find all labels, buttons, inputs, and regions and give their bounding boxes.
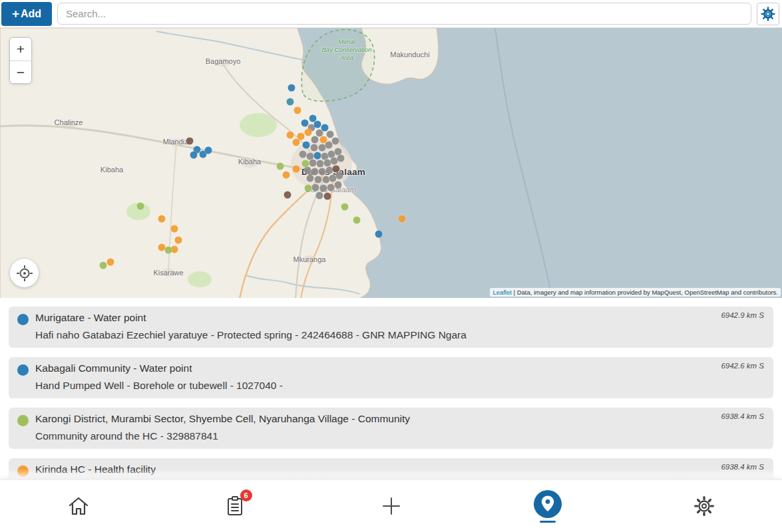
list-item-distance: 6938.4 km S — [721, 463, 764, 471]
map-marker[interactable] — [335, 182, 342, 189]
map-marker[interactable] — [293, 139, 300, 146]
map-marker[interactable] — [304, 167, 311, 174]
list-item-title: Kirinda HC - Health facility — [35, 461, 693, 478]
map-marker[interactable] — [311, 168, 319, 176]
map-marker[interactable] — [158, 215, 166, 223]
home-icon — [67, 495, 90, 517]
tasks-badge: 6 — [240, 489, 252, 501]
map-marker[interactable] — [137, 203, 144, 210]
map-marker[interactable] — [302, 160, 309, 168]
locate-button[interactable] — [10, 259, 39, 287]
map-marker[interactable] — [287, 132, 294, 139]
map-marker[interactable] — [294, 107, 301, 114]
map-marker[interactable] — [314, 121, 321, 128]
map-marker[interactable] — [321, 124, 329, 132]
map-marker[interactable] — [190, 152, 198, 159]
map-marker[interactable] — [171, 225, 178, 233]
map-marker[interactable] — [325, 142, 333, 149]
map-marker[interactable] — [107, 259, 114, 266]
map-marker[interactable] — [320, 185, 327, 192]
map-marker[interactable] — [332, 138, 339, 145]
map-marker[interactable] — [175, 237, 182, 244]
map-marker[interactable] — [375, 231, 383, 238]
marker-dot-icon — [17, 415, 29, 426]
map-marker[interactable] — [307, 175, 314, 182]
map-marker[interactable] — [283, 172, 290, 179]
map-marker[interactable] — [309, 115, 317, 122]
list-item-subtitle: Hafi naho Gatabazi Ezechiel yaratuye - P… — [35, 327, 693, 344]
list-item[interactable]: Kirinda HC - Health facility Community H… — [9, 458, 773, 479]
map-marker[interactable] — [336, 172, 343, 180]
map-marker[interactable] — [287, 98, 294, 106]
map[interactable]: BagamoyoMakunduchiMenai Bay Conservation… — [0, 28, 782, 298]
nav-tasks[interactable]: 6 — [156, 480, 313, 532]
map-marker[interactable] — [309, 160, 317, 167]
map-marker-layer — [0, 28, 782, 298]
map-marker[interactable] — [312, 184, 319, 192]
map-marker[interactable] — [100, 262, 107, 269]
map-marker[interactable] — [303, 142, 310, 149]
map-marker[interactable] — [327, 184, 335, 192]
plus-icon: + — [12, 7, 19, 20]
plus-icon — [381, 496, 401, 516]
map-pin-icon — [534, 490, 562, 518]
list-item-text: Karongi District, Murambi Sector, Shyemb… — [35, 410, 693, 445]
map-marker[interactable] — [165, 247, 172, 254]
add-button[interactable]: +Add — [1, 2, 52, 26]
map-marker[interactable] — [353, 217, 361, 224]
attribution-text: | Data, imagery and map information prov… — [512, 289, 778, 296]
map-marker[interactable] — [186, 138, 194, 145]
map-marker[interactable] — [288, 84, 295, 92]
map-marker[interactable] — [277, 163, 284, 170]
list-item-text: Kirinda HC - Health facility Community H… — [35, 461, 693, 479]
map-marker[interactable] — [337, 155, 345, 162]
map-marker[interactable] — [324, 193, 331, 200]
gear-icon — [761, 7, 775, 21]
nav-add[interactable] — [313, 480, 469, 532]
locate-crosshair-icon — [16, 265, 33, 282]
list-item[interactable]: Karongi District, Murambi Sector, Shyemb… — [9, 408, 773, 449]
list-item[interactable]: Murigatare - Water point Hafi naho Gatab… — [9, 307, 773, 348]
map-marker[interactable] — [299, 151, 307, 158]
zoom-out-button[interactable]: − — [10, 61, 31, 83]
map-marker[interactable] — [301, 120, 309, 127]
list-item-title: Karongi District, Murambi Sector, Shyemb… — [35, 410, 693, 428]
list-item[interactable]: Kabagali Community - Water point Hand Pu… — [9, 357, 773, 398]
list-item-title: Murigatare - Water point — [35, 309, 693, 327]
zoom-in-button[interactable]: + — [10, 38, 31, 61]
nav-home[interactable] — [0, 480, 156, 532]
add-button-label: Add — [21, 8, 41, 20]
gear-icon — [693, 495, 715, 517]
map-marker[interactable] — [311, 144, 318, 152]
search-input[interactable] — [57, 3, 751, 25]
marker-dot-icon — [17, 314, 29, 325]
search-settings-button[interactable] — [757, 3, 779, 25]
map-marker[interactable] — [316, 192, 323, 200]
zoom-control: + − — [9, 37, 32, 84]
top-bar: +Add — [0, 0, 782, 28]
map-marker[interactable] — [341, 203, 349, 211]
nav-settings[interactable] — [626, 480, 782, 532]
map-marker[interactable] — [311, 136, 319, 144]
active-tab-indicator — [540, 521, 556, 523]
results-list: Murigatare - Water point Hafi naho Gatab… — [0, 298, 782, 479]
nav-map-active[interactable] — [469, 480, 626, 532]
map-marker[interactable] — [293, 166, 300, 173]
list-item-distance: 6938.4 km S — [721, 412, 764, 420]
map-marker[interactable] — [305, 185, 312, 192]
leaflet-link[interactable]: Leaflet — [492, 289, 512, 296]
marker-dot-icon — [17, 364, 29, 376]
map-marker[interactable] — [314, 152, 321, 160]
list-item-title: Kabagali Community - Water point — [35, 360, 693, 377]
marker-dot-icon — [17, 466, 29, 477]
map-marker[interactable] — [305, 129, 312, 136]
map-marker[interactable] — [327, 131, 334, 138]
map-marker[interactable] — [399, 215, 406, 223]
list-item-distance: 6942.6 km S — [721, 362, 764, 370]
map-marker[interactable] — [205, 147, 212, 154]
map-marker[interactable] — [319, 168, 326, 176]
map-marker[interactable] — [315, 176, 322, 184]
map-marker[interactable] — [317, 160, 324, 168]
list-item-subtitle: Community around the HC - 329887841 — [35, 428, 693, 445]
map-marker[interactable] — [284, 192, 292, 199]
